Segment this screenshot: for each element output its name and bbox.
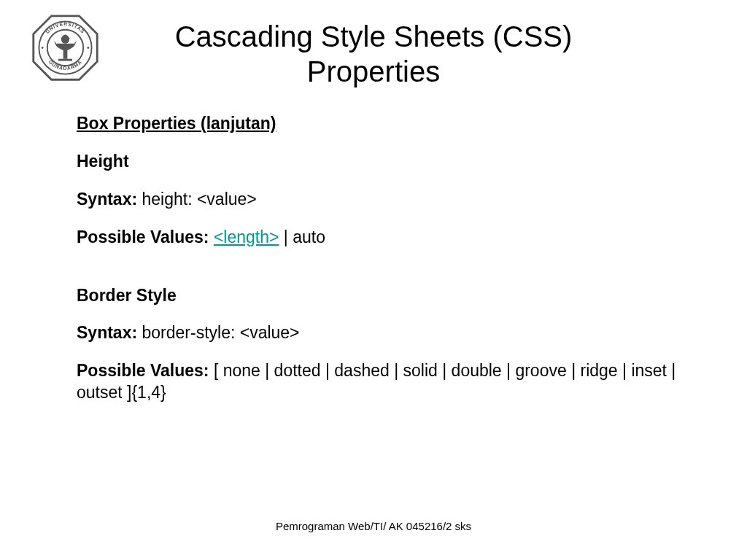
pv-label: Possible Values:: [77, 228, 214, 246]
property-2-syntax: Syntax: border-style: <value>: [77, 322, 707, 344]
property-1-possible-values: Possible Values: <length> | auto: [77, 227, 707, 249]
syntax-label: Syntax:: [77, 323, 137, 342]
pv-label: Possible Values:: [77, 361, 209, 380]
title-line-2: Properties: [307, 55, 440, 88]
syntax-value: height: <value>: [137, 190, 257, 209]
syntax-value: border-style: <value>: [137, 323, 299, 342]
property-1-name: Height: [77, 151, 707, 173]
section-heading: Box Properties (lanjutan): [77, 113, 707, 135]
slide-footer: Pemrograman Web/TI/ AK 045216/2 sks: [0, 520, 747, 532]
property-2-name: Border Style: [77, 285, 707, 307]
property-2-possible-values: Possible Values: [ none | dotted | dashe…: [77, 360, 707, 404]
title-line-1: Cascading Style Sheets (CSS): [175, 20, 573, 52]
pv-rest: | auto: [279, 228, 325, 246]
length-link[interactable]: <length>: [214, 228, 279, 246]
syntax-label: Syntax:: [77, 190, 137, 209]
property-1-syntax: Syntax: height: <value>: [77, 189, 707, 211]
slide-title: Cascading Style Sheets (CSS) Properties: [0, 19, 747, 89]
slide-body: Box Properties (lanjutan) Height Syntax:…: [77, 113, 707, 420]
